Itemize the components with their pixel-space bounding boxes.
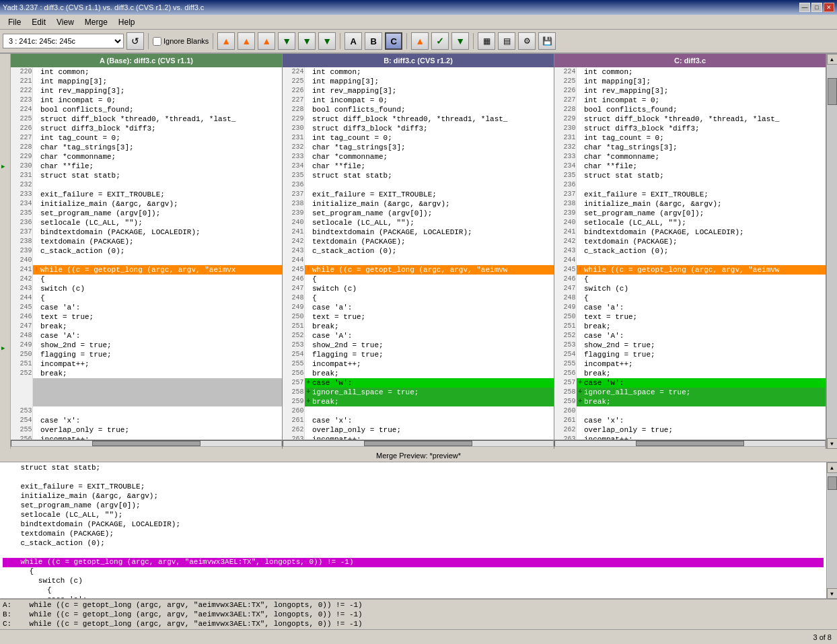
- menu-help[interactable]: Help: [113, 16, 141, 28]
- line-marker: [32, 331, 40, 341]
- line-marker: [576, 416, 584, 425]
- table-row: 260: [283, 406, 554, 416]
- line-code: int rev_mapping[3];: [584, 86, 826, 96]
- line-marker: [32, 133, 40, 143]
- pane-c-body[interactable]: 224 int common;225 int mapping[3];226 in…: [554, 67, 826, 439]
- table-row: 233 exit_failure = EXIT_TROUBLE;: [11, 190, 282, 199]
- source-b-button[interactable]: B: [365, 32, 382, 50]
- table-row: 248 {: [283, 293, 554, 303]
- table-row: 226 struct diff3_block *diff3;: [11, 124, 282, 133]
- line-marker: [32, 312, 40, 322]
- line-number: 229: [283, 114, 304, 124]
- line-number: 259: [554, 397, 576, 406]
- line-code: char *tag_strings[3];: [584, 143, 826, 152]
- menu-merge[interactable]: Merge: [79, 16, 113, 28]
- table-row: 245 case 'a':: [11, 303, 282, 312]
- pane-a-scrollbar[interactable]: [11, 439, 282, 449]
- table-row: 244 {: [11, 293, 282, 303]
- table-row: [11, 388, 282, 397]
- pane-b-scrollbar[interactable]: [283, 439, 554, 449]
- close-button[interactable]: ✕: [824, 3, 834, 12]
- menu-edit[interactable]: Edit: [26, 16, 51, 28]
- merge-vscroll-track[interactable]: [828, 473, 837, 588]
- up-button[interactable]: ▲: [238, 32, 255, 50]
- table-row: 236: [283, 180, 554, 190]
- merge-preview-content[interactable]: struct stat statb; exit_failure = EXIT_T…: [0, 462, 826, 599]
- pane-c-scrollbar[interactable]: [554, 439, 826, 449]
- line-code: textdomain (PACKAGE);: [40, 237, 282, 246]
- pane-b-body[interactable]: 224 int common;225 int mapping[3];226 in…: [283, 67, 554, 439]
- prev-conflict-button[interactable]: ▲: [217, 32, 235, 50]
- source-a-button[interactable]: A: [344, 32, 362, 50]
- line-marker: [32, 86, 40, 96]
- merge-vscrollbar[interactable]: ▲ ▼: [826, 462, 837, 599]
- lines-button[interactable]: ▤: [498, 32, 515, 50]
- line-marker: [304, 124, 312, 133]
- status-line-c: C: while ((c = getopt_long (argc, argv, …: [3, 620, 834, 629]
- line-code: struct stat statb;: [584, 171, 826, 180]
- menu-view[interactable]: View: [51, 16, 79, 28]
- down-button[interactable]: ▼: [278, 32, 295, 50]
- pane-a-body[interactable]: 220 int common;221 int mapping[3];222 in…: [11, 67, 282, 439]
- line-marker: [576, 96, 584, 105]
- line-code: while ((c = getopt_long (argc, argv, "ae…: [584, 265, 826, 275]
- line-number: 250: [554, 312, 576, 322]
- ignore-blanks-checkbox[interactable]: [153, 37, 161, 46]
- line-code: char **file;: [584, 162, 826, 171]
- marker-1: ▶: [1, 163, 5, 170]
- main-vscrollbar[interactable]: ▲ ▼: [826, 54, 837, 449]
- line-number: 252: [283, 331, 304, 341]
- line-number: 249: [554, 303, 576, 312]
- maximize-button[interactable]: □: [811, 3, 822, 12]
- diff-selector[interactable]: 3 : 241c: 245c: 245c: [3, 34, 124, 48]
- table-row: 227 int incompat = 0;: [554, 96, 826, 105]
- merge-vscroll-down[interactable]: ▼: [827, 588, 838, 599]
- nav-prev-button[interactable]: ▲: [411, 32, 429, 50]
- vscroll-up[interactable]: ▲: [827, 54, 838, 65]
- save-button[interactable]: 💾: [538, 32, 556, 50]
- line-marker: [304, 133, 312, 143]
- settings-button[interactable]: ⚙: [518, 32, 536, 50]
- line-code: int tag_count = 0;: [40, 133, 282, 143]
- line-code: initialize_main (&argc, &argv);: [40, 199, 282, 209]
- nav-next-button[interactable]: ▼: [451, 32, 469, 50]
- up2-button[interactable]: ▲: [258, 32, 275, 50]
- line-marker: [576, 227, 584, 237]
- vscroll-down[interactable]: ▼: [827, 438, 838, 449]
- line-number: 230: [11, 162, 32, 171]
- table-row: 230 struct diff3_block *diff3;: [283, 124, 554, 133]
- down3-button[interactable]: ▼: [318, 32, 336, 50]
- source-c-button[interactable]: C: [385, 32, 402, 50]
- merge-vscroll-up[interactable]: ▲: [827, 462, 838, 473]
- table-row: 255 incompat++;: [283, 359, 554, 369]
- line-marker: [304, 435, 312, 439]
- line-number: 254: [554, 350, 576, 359]
- line-code: struct diff3_block *diff3;: [584, 124, 826, 133]
- line-number: 225: [283, 77, 304, 86]
- line-number: 244: [554, 256, 576, 265]
- separator-4: [406, 33, 407, 49]
- line-marker: [576, 350, 584, 359]
- menu-file[interactable]: File: [3, 16, 26, 28]
- nav-accept-button[interactable]: ✓: [431, 32, 449, 50]
- down2-button[interactable]: ▼: [298, 32, 316, 50]
- line-code: struct diff_block *thread0, *thread1, *l…: [584, 114, 826, 124]
- merge-vscroll-thumb[interactable]: [828, 476, 837, 490]
- table-row: 226 int rev_mapping[3];: [554, 86, 826, 96]
- merge-line: initialize_main (&argc, &argv);: [3, 492, 824, 501]
- vscroll-thumb[interactable]: [828, 78, 837, 105]
- line-code: case 'x':: [40, 416, 282, 425]
- line-code: char *tag_strings[3];: [40, 143, 282, 152]
- table-row: 240 setlocale (LC_ALL, "");: [283, 218, 554, 227]
- vscroll-track[interactable]: [828, 65, 837, 438]
- line-marker: [32, 218, 40, 227]
- ignore-blanks-label[interactable]: Ignore Blanks: [153, 37, 209, 46]
- minimize-button[interactable]: —: [799, 3, 810, 12]
- line-code: break;: [584, 369, 826, 378]
- line-marker: [32, 96, 40, 105]
- grid-button[interactable]: ▦: [478, 32, 495, 50]
- table-row: 225 int mapping[3];: [283, 77, 554, 86]
- line-number: 227: [283, 96, 304, 105]
- refresh-button[interactable]: ↺: [126, 32, 144, 50]
- merge-line: [3, 473, 824, 482]
